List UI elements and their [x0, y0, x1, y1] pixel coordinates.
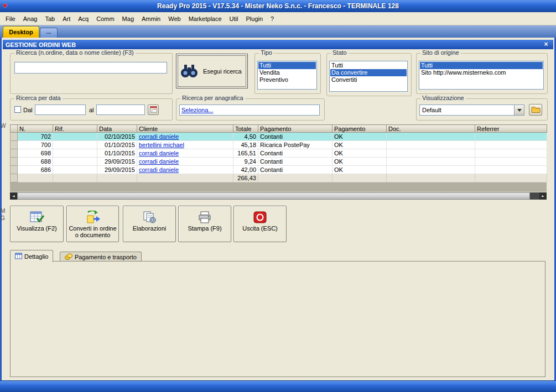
group-tipo-label: Tipo: [259, 49, 274, 56]
cell-empty: [18, 174, 53, 182]
col-pagamento-stato[interactable]: Pagamento: [332, 125, 387, 133]
col-pagamento[interactable]: Pagamento: [258, 125, 332, 133]
tab-desktop-label: Desktop: [9, 29, 33, 35]
al-date-input[interactable]: [96, 104, 145, 115]
row-selector[interactable]: [11, 158, 18, 166]
scroll-left-icon[interactable]: ◄: [10, 192, 17, 200]
menu-acq[interactable]: Acq: [74, 13, 92, 24]
folder-icon: [531, 106, 541, 114]
group-per-data-label: Ricerca per data: [14, 95, 63, 101]
visualizza-button[interactable]: Visualizza (F2): [10, 206, 64, 242]
row-selector[interactable]: [11, 133, 18, 141]
sito-option-tutti[interactable]: Tutti: [420, 62, 543, 69]
cell-totale: 4,50: [233, 133, 258, 141]
table-row[interactable]: 700 01/10/2015 bertellini michael 45,18 …: [11, 141, 547, 149]
cell-empty: [258, 174, 332, 182]
col-doc[interactable]: Doc.: [387, 125, 475, 133]
col-data[interactable]: Data: [97, 125, 137, 133]
row-selector[interactable]: [11, 166, 18, 174]
scroll-right-icon[interactable]: ►: [539, 192, 547, 200]
stato-option-convertiti[interactable]: Convertiti: [330, 76, 407, 83]
cell-data: 29/09/2015: [97, 166, 137, 174]
cell-pagamento: Contanti: [258, 149, 332, 158]
table-row[interactable]: 698 01/10/2015 corradi daniele 165,51 Co…: [11, 149, 547, 158]
tab-desktop[interactable]: Desktop: [3, 26, 39, 38]
tipo-option-tutti[interactable]: Tutti: [258, 62, 316, 69]
dal-checkbox[interactable]: [14, 106, 21, 113]
group-sito-label: Sito di origine: [420, 49, 461, 56]
menu-ammin[interactable]: Ammin: [138, 13, 164, 24]
row-selector[interactable]: [11, 149, 18, 158]
menu-comm[interactable]: Comm: [92, 13, 118, 24]
search-input[interactable]: [14, 62, 167, 74]
menu-help[interactable]: ?: [267, 13, 278, 24]
detail-panel: [10, 261, 545, 377]
tipo-option-preventivo[interactable]: Preventivo: [258, 76, 316, 83]
col-rif[interactable]: Rif.: [53, 125, 97, 133]
table-row[interactable]: 702 02/10/2015 corradi daniele 4,50 Cont…: [11, 133, 547, 141]
stampa-button[interactable]: Stampa (F9): [178, 206, 231, 242]
menu-file[interactable]: File: [2, 13, 19, 24]
menu-util[interactable]: Util: [226, 13, 242, 24]
cliente-link[interactable]: corradi daniele: [139, 166, 179, 173]
group-anagrafica-label: Ricerca per anagrafica: [180, 95, 245, 101]
esegui-ricerca-button[interactable]: Esegui ricerca: [176, 54, 248, 88]
menu-web[interactable]: Web: [164, 13, 184, 24]
printer-icon: [198, 210, 212, 225]
col-totale[interactable]: Totale: [233, 125, 258, 133]
folder-button[interactable]: [529, 104, 542, 116]
table-row[interactable]: 686 29/09/2015 corradi daniele 42,00 Con…: [11, 166, 547, 174]
tab-more[interactable]: ...: [40, 28, 58, 38]
col-cliente[interactable]: Cliente: [137, 125, 233, 133]
visualizzazione-combobox[interactable]: Default: [419, 104, 524, 116]
uscita-label: Uscita (ESC): [242, 225, 278, 232]
table-row[interactable]: 688 29/09/2015 corradi daniele 9,24 Cont…: [11, 158, 547, 166]
edge-letter-m: M: [1, 208, 5, 214]
converti-button[interactable]: Converti in ordine o documento: [66, 206, 119, 242]
cell-rif: [53, 149, 97, 158]
col-n[interactable]: N.: [18, 125, 53, 133]
horizontal-scrollbar[interactable]: ◄ ►: [10, 192, 547, 200]
edge-letter-g: G: [1, 215, 5, 221]
tab-pagamento-trasporto-label: Pagamento e trasporto: [75, 254, 137, 260]
menu-anag[interactable]: Anag: [19, 13, 41, 24]
cell-cliente: bertellini michael: [137, 141, 233, 149]
cliente-link[interactable]: corradi daniele: [139, 133, 179, 140]
menu-marketplace[interactable]: Marketplace: [185, 13, 226, 24]
menu-art[interactable]: Art: [59, 13, 74, 24]
calendar-button[interactable]: [148, 104, 159, 115]
menu-plugin[interactable]: Plugin: [242, 13, 267, 24]
dal-date-input[interactable]: [35, 104, 86, 115]
col-referrer[interactable]: Referrer: [475, 125, 547, 133]
col-selector: [11, 125, 18, 133]
close-icon[interactable]: ×: [542, 40, 550, 48]
cell-cliente: corradi daniele: [137, 166, 233, 174]
detail-grid-icon: [15, 253, 22, 260]
orders-header-row: N. Rif. Data Cliente Totale Pagamento Pa…: [11, 125, 547, 133]
cell-rif: [53, 133, 97, 141]
window-title: Ready Pro 2015 - V17.5.34 - Mister Neko …: [157, 2, 399, 10]
cliente-link[interactable]: corradi daniele: [139, 150, 179, 156]
cell-rif: [53, 158, 97, 166]
tab-dettaglio[interactable]: Dettaglio: [10, 250, 53, 262]
scrollbar-thumb[interactable]: [17, 192, 530, 200]
anagrafica-field[interactable]: Seleziona...: [179, 104, 320, 116]
uscita-button[interactable]: Uscita (ESC): [233, 206, 287, 242]
stato-option-tutti[interactable]: Tutti: [330, 62, 407, 69]
sito-option-misterneko[interactable]: Sito http://www.misterneko.com: [420, 69, 543, 76]
cliente-link[interactable]: corradi daniele: [139, 158, 179, 165]
menu-mag[interactable]: Mag: [118, 13, 138, 24]
cell-totale: 45,18: [233, 141, 258, 149]
stato-option-da-convertire[interactable]: Da convertire: [330, 69, 407, 76]
cell-empty: [387, 174, 475, 182]
menu-tab[interactable]: Tab: [41, 13, 59, 24]
tipo-option-vendita[interactable]: Vendita: [258, 69, 316, 76]
elaborazioni-button[interactable]: Elaborazioni: [123, 206, 176, 242]
cliente-link[interactable]: bertellini michael: [139, 142, 184, 148]
chevron-down-icon[interactable]: [514, 105, 524, 115]
seleziona-link[interactable]: Seleziona...: [181, 107, 213, 113]
cell-totale: 42,00: [233, 166, 258, 174]
esegui-ricerca-label: Esegui ricerca: [203, 68, 242, 75]
row-selector[interactable]: [11, 141, 18, 149]
panel-title: GESTIONE ORDINI WEB: [6, 41, 76, 48]
